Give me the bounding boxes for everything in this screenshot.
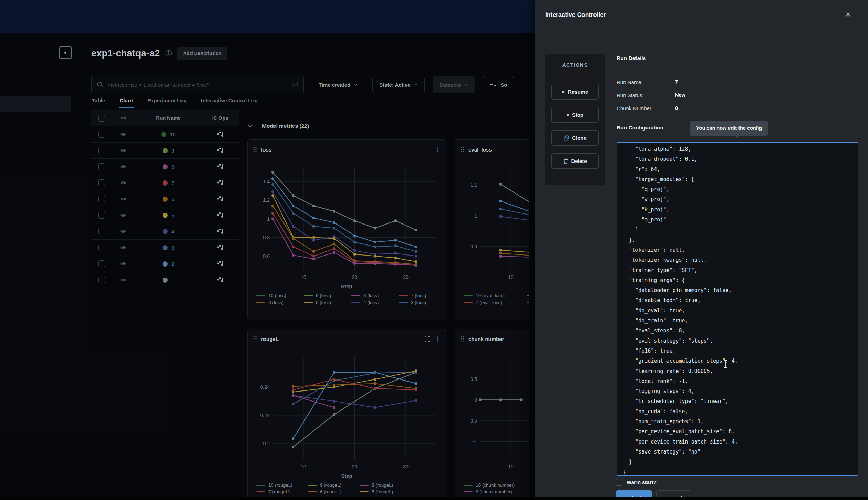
table-row[interactable]: 10 (91, 126, 239, 143)
visibility-eye-icon[interactable] (111, 132, 135, 137)
tab-interactive-control-log[interactable]: Interactive Control Log (200, 97, 258, 108)
ic-ops-icon[interactable] (202, 212, 239, 219)
row-checkbox[interactable] (98, 277, 105, 283)
ic-ops-icon[interactable] (202, 179, 239, 186)
run-name-link[interactable]: 8 (171, 164, 174, 170)
warm-start-checkbox[interactable] (616, 479, 622, 486)
legend-item[interactable]: 7 (eval_loss) (464, 300, 527, 305)
row-checkbox[interactable] (98, 131, 105, 138)
visibility-eye-icon[interactable] (111, 229, 135, 234)
clone-button[interactable]: Clone (551, 130, 599, 146)
sort-button[interactable]: So (483, 76, 514, 93)
sidebar-search-fragment[interactable] (0, 64, 72, 81)
legend-item[interactable]: 6 (eval_loss) (527, 300, 529, 305)
table-row[interactable]: 3 (91, 240, 239, 256)
ic-ops-icon[interactable] (202, 244, 239, 251)
run-name-link[interactable]: 10 (170, 132, 176, 137)
kebab-menu-icon[interactable] (437, 147, 438, 152)
legend-item[interactable]: 8 (loss) (351, 293, 399, 298)
column-header-run-name[interactable]: Run Name (135, 115, 202, 121)
select-all-checkbox[interactable] (98, 115, 105, 122)
row-checkbox[interactable] (98, 212, 105, 219)
run-name-link[interactable]: 7 (171, 180, 174, 186)
visibility-eye-icon[interactable] (111, 245, 135, 250)
row-checkbox[interactable] (98, 260, 105, 267)
legend-item[interactable]: 7 (rougeL) (256, 489, 308, 494)
search-info-icon[interactable]: ⓘ (292, 82, 298, 88)
collapse-sidebar-button[interactable] (59, 46, 72, 59)
kebab-menu-icon[interactable] (437, 336, 438, 342)
tab-experiment-log[interactable]: Experiment Log (147, 97, 187, 108)
visibility-eye-icon[interactable] (111, 213, 135, 218)
ic-ops-icon[interactable] (202, 163, 239, 170)
legend-item[interactable]: 5 (loss) (304, 300, 351, 305)
visibility-eye-icon[interactable] (111, 116, 135, 121)
run-name-link[interactable]: 5 (171, 212, 174, 218)
drag-handle-icon[interactable] (460, 336, 464, 342)
expand-icon[interactable] (425, 336, 430, 342)
time-created-dropdown[interactable]: Time created (312, 76, 364, 93)
legend-item[interactable]: 7 (loss) (399, 293, 446, 298)
state-dropdown[interactable]: State: Active (372, 76, 424, 93)
run-name-link[interactable]: 9 (171, 148, 174, 154)
legend-item[interactable]: 6 (loss) (256, 300, 304, 305)
table-row[interactable]: 9 (91, 143, 239, 159)
visibility-eye-icon[interactable] (111, 197, 135, 201)
table-row[interactable]: 7 (91, 175, 239, 191)
run-name-link[interactable]: 2 (171, 261, 174, 267)
legend-item[interactable]: 10 (eval_loss) (464, 293, 527, 298)
expand-icon[interactable] (425, 147, 430, 152)
visibility-eye-icon[interactable] (111, 164, 135, 169)
column-header-ic-ops[interactable]: IC Ops (202, 115, 239, 121)
search-bar[interactable]: ⓘ (91, 76, 304, 93)
run-name-link[interactable]: 3 (171, 245, 174, 251)
legend-item[interactable]: 3 (loss) (399, 300, 446, 305)
visibility-eye-icon[interactable] (111, 148, 135, 153)
stop-button[interactable]: ■ Stop (551, 107, 599, 123)
drag-handle-icon[interactable] (460, 146, 464, 153)
legend-item[interactable]: 8 (rougeL) (360, 482, 411, 488)
run-name-link[interactable]: 1 (171, 277, 174, 283)
ic-ops-icon[interactable] (202, 196, 239, 202)
add-description-button[interactable]: Add Description (177, 47, 227, 60)
table-row[interactable]: 2 (91, 256, 239, 272)
warm-start-row[interactable]: Warm start? (616, 479, 657, 486)
search-input[interactable] (107, 82, 288, 88)
table-row[interactable]: 6 (91, 191, 239, 207)
drag-handle-icon[interactable] (253, 336, 257, 342)
row-checkbox[interactable] (98, 228, 105, 235)
run-name-link[interactable]: 4 (171, 229, 174, 235)
ic-ops-icon[interactable] (202, 260, 239, 267)
ic-ops-icon[interactable] (202, 147, 239, 154)
row-checkbox[interactable] (98, 147, 105, 154)
run-name-link[interactable]: 6 (171, 196, 174, 202)
legend-item[interactable]: 9 (eval_loss) (527, 293, 529, 298)
visibility-eye-icon[interactable] (111, 278, 135, 282)
table-row[interactable]: 4 (91, 223, 239, 240)
resume-button[interactable]: ▶ Resume (551, 84, 599, 100)
tab-chart[interactable]: Chart (119, 97, 134, 108)
close-icon[interactable]: ✕ (843, 10, 853, 19)
row-checkbox[interactable] (98, 163, 105, 170)
metrics-section-header[interactable]: Model metrics (22) (248, 123, 309, 129)
visibility-eye-icon[interactable] (111, 180, 135, 185)
ic-ops-icon[interactable] (202, 228, 239, 235)
ic-ops-icon[interactable] (202, 131, 239, 138)
legend-item[interactable]: 10 (rougeL) (256, 482, 308, 488)
delete-button[interactable]: Delete (551, 153, 599, 169)
sidebar-selected-item-fragment[interactable] (0, 96, 71, 112)
table-row[interactable]: 5 (91, 207, 239, 223)
legend-item[interactable]: 5 (rougeL) (360, 489, 411, 494)
drag-handle-icon[interactable] (253, 146, 257, 153)
config-text[interactable]: "lora_alpha": 128, "lora_dropout": 0.1, … (617, 144, 858, 476)
row-checkbox[interactable] (98, 244, 105, 251)
legend-item[interactable]: 10 (loss) (256, 293, 304, 298)
legend-item[interactable]: 10 (chunk number) (464, 482, 529, 488)
row-checkbox[interactable] (98, 179, 105, 186)
tab-table[interactable]: Table (91, 97, 106, 108)
legend-item[interactable]: 6 (rougeL) (308, 489, 360, 494)
table-row[interactable]: 1 (91, 272, 239, 288)
visibility-eye-icon[interactable] (111, 261, 135, 266)
row-checkbox[interactable] (98, 196, 105, 202)
legend-item[interactable]: 4 (loss) (351, 300, 399, 305)
